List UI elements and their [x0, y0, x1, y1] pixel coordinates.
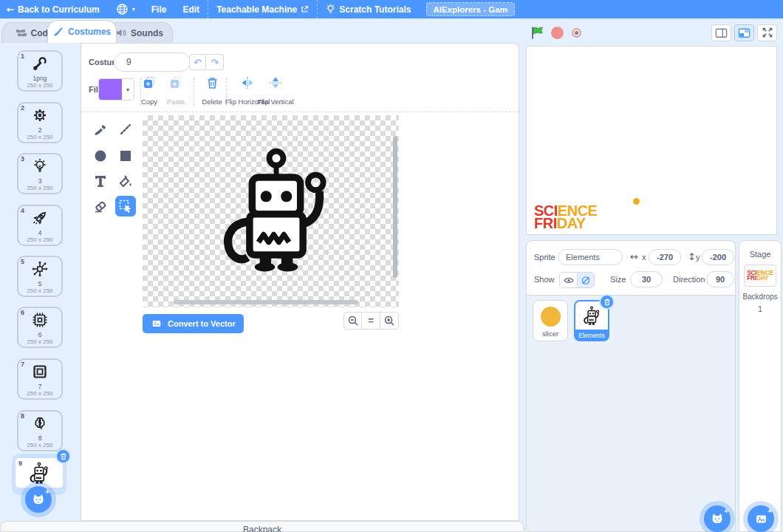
brain-icon — [31, 415, 49, 432]
undo-button[interactable]: ↶ — [189, 54, 206, 70]
y-position-input[interactable] — [702, 249, 734, 265]
costume-name-input[interactable] — [114, 52, 191, 72]
redo-button[interactable]: ↷ — [207, 54, 224, 70]
stage-selector-pane[interactable]: Stage science friday Backdrops 1 + — [739, 240, 782, 532]
sprite-item-elements[interactable]: Elements — [574, 300, 609, 341]
fill-tool[interactable] — [115, 171, 136, 191]
direction-input[interactable] — [706, 271, 734, 287]
zoom-out-button[interactable] — [343, 312, 362, 330]
logo-text-red: fri — [747, 274, 756, 282]
paste-label: Paste — [167, 98, 185, 106]
delete-sprite-button[interactable] — [599, 294, 615, 310]
select-tool[interactable] — [115, 196, 136, 216]
costume-number: 7 — [21, 361, 24, 368]
costume-item-5[interactable]: 5 5 250 x 250 — [17, 256, 63, 297]
costume-name: 6 — [18, 331, 61, 338]
blocks-icon — [16, 28, 27, 38]
tab-costumes[interactable]: Costumes — [47, 20, 117, 43]
back-to-curriculum-button[interactable]: ← Back to Curriculum — [0, 0, 108, 18]
science-friday-thumb-logo: science friday — [747, 270, 773, 281]
eraser-tool[interactable] — [90, 196, 111, 216]
frame-icon — [31, 363, 49, 381]
sprite-item-slicer[interactable]: slicer — [533, 300, 568, 341]
circle-tool[interactable] — [90, 146, 111, 166]
costume-item-3[interactable]: 3 3 250 x 250 — [17, 153, 63, 194]
delete-button[interactable]: Delete — [197, 76, 227, 106]
sprite-label: Sprite — [534, 253, 555, 262]
tutorials-button[interactable]: Scratch Tutorials — [318, 0, 419, 18]
delete-costume-button[interactable] — [55, 449, 71, 464]
text-tool[interactable] — [90, 171, 111, 191]
logo-text-yellow: day — [756, 274, 768, 282]
fullscreen-button[interactable] — [757, 24, 777, 41]
costume-size: 250 x 250 — [18, 82, 61, 89]
direction-label: Direction — [673, 275, 705, 284]
add-backdrop-button[interactable]: + — [748, 505, 774, 532]
flip-vertical-button[interactable]: Flip Vertical — [259, 76, 293, 106]
costume-size: 250 x 250 — [18, 442, 61, 449]
size-input[interactable] — [630, 271, 663, 287]
tab-costumes-label: Costumes — [68, 27, 111, 37]
green-flag-icon[interactable] — [530, 26, 544, 40]
gear-icon — [31, 106, 49, 124]
costume-number: 1 — [21, 52, 24, 60]
costume-size: 250 x 250 — [18, 338, 61, 345]
lightbulb-icon — [31, 157, 49, 175]
edit-menu[interactable]: Edit — [174, 0, 208, 18]
x-position-input[interactable] — [649, 249, 681, 265]
costume-item-8[interactable]: 8 8 250 x 250 — [17, 410, 63, 451]
costume-number: 9 — [18, 460, 22, 467]
backdrops-count: 1 — [739, 305, 781, 313]
costume-name: 4 — [18, 229, 61, 236]
costume-number: 4 — [21, 207, 24, 214]
backdrops-label: Backdrops — [739, 293, 781, 301]
chip-icon — [31, 311, 49, 329]
add-costume-button[interactable]: + — [25, 486, 52, 513]
science-friday-backdrop-logo: science friday — [534, 205, 597, 230]
convert-to-vector-button[interactable]: Convert to Vector — [143, 314, 244, 333]
backpack-bar[interactable]: Backpack — [0, 521, 524, 532]
costume-name: 7 — [18, 383, 61, 390]
add-sprite-button[interactable]: + — [704, 505, 731, 532]
speaker-icon — [116, 28, 126, 38]
costume-item-4[interactable]: 4 4 250 x 250 — [17, 205, 63, 246]
project-name-input[interactable] — [426, 2, 515, 16]
costume-number: 6 — [21, 309, 24, 316]
editor-tabs: Code Costumes Sounds — [0, 18, 524, 43]
paste-button[interactable]: Paste — [161, 76, 191, 106]
line-tool[interactable] — [115, 119, 136, 140]
costume-item-1[interactable]: 1 1png 250 x 250 — [17, 50, 63, 92]
stage[interactable]: science friday — [526, 46, 777, 235]
costume-item-6[interactable]: 6 6 250 x 250 — [17, 307, 63, 348]
costume-item-2[interactable]: 2 2 250 x 250 — [17, 102, 63, 143]
size-label: Size — [610, 275, 626, 284]
copy-button[interactable]: Copy — [134, 76, 164, 106]
small-stage-button[interactable] — [711, 24, 731, 41]
large-stage-button[interactable] — [734, 24, 754, 41]
fill-color-picker[interactable]: ▾ — [98, 78, 134, 100]
teachable-machine-link[interactable]: Teachable Machine — [208, 0, 317, 18]
brush-tool[interactable] — [90, 119, 111, 140]
language-menu[interactable]: ▾ — [108, 0, 143, 18]
slicer-sprite-on-stage[interactable] — [633, 198, 640, 205]
file-menu[interactable]: File — [143, 0, 175, 18]
zoom-in-button[interactable] — [380, 312, 399, 330]
record-icon[interactable] — [572, 28, 581, 38]
stop-icon[interactable] — [551, 27, 564, 39]
tutorials-label: Scratch Tutorials — [339, 4, 411, 15]
stage-pane-title: Stage — [739, 250, 781, 259]
show-sprite-button[interactable] — [560, 273, 577, 287]
costume-item-7[interactable]: 7 7 250 x 250 — [17, 358, 63, 400]
robot-icon — [582, 306, 601, 325]
tab-sounds-label: Sounds — [131, 28, 163, 38]
edit-menu-label: Edit — [182, 4, 199, 15]
paint-canvas[interactable] — [143, 115, 399, 307]
sprite-name-input[interactable] — [558, 249, 623, 265]
convert-to-vector-label: Convert to Vector — [168, 319, 236, 328]
hide-sprite-button[interactable] — [577, 273, 594, 287]
rectangle-tool[interactable] — [115, 146, 136, 166]
zoom-reset-button[interactable]: = — [362, 312, 380, 330]
backdrop-thumbnail[interactable]: science friday — [744, 265, 776, 287]
canvas-horizontal-scrollbar[interactable] — [174, 300, 358, 304]
canvas-vertical-scrollbar[interactable] — [393, 136, 397, 278]
